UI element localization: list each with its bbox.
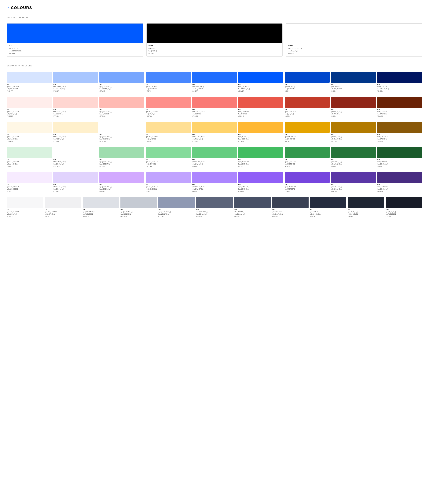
color-meta: rgba(194,59,41,1)hsla(7,65,46,1)#C23B29 [285, 111, 330, 117]
color-swatch [192, 122, 237, 133]
color-meta: rgba(255,247,229,1)hsla(42,100,95,1)#FFF… [7, 136, 52, 142]
color-shade-label: 400 [192, 109, 237, 110]
color-swatch [331, 122, 376, 133]
secondary-color-card: 100rgba(255,214,209,1)hsla(5,100,91,1)#F… [53, 97, 98, 117]
color-swatch [147, 24, 283, 43]
color-swatch [7, 197, 43, 208]
color-shade-label: 50 [7, 184, 52, 186]
color-meta: rgba(37,116,57,1)hsla(135,52,30,1)#25743… [331, 161, 376, 167]
color-swatch [83, 197, 119, 208]
secondary-color-card: 50rgba(255,247,229,1)hsla(42,100,95,1)#F… [7, 122, 52, 142]
color-shade-label: 300 [146, 134, 191, 135]
color-shade-label: 50 [7, 84, 52, 85]
color-swatch [348, 197, 384, 208]
secondary-color-card: 700rgba(144,38,24,1)hsla(7,71,33,1)#9026… [331, 97, 376, 117]
secondary-color-row: 50rgba(255,237,235,1)hsla(6,100,96,1)#FF… [7, 97, 422, 117]
secondary-color-card: 800rgba(37,44,63,1)hsla(224,26,20,1)#252… [310, 197, 346, 217]
secondary-color-card: 700rgba(178,122,0,1)hsla(41,100,35,1)#B2… [331, 122, 376, 142]
color-swatch [377, 97, 422, 108]
secondary-color-card: 400rgba(255,211,107,1)hsla(42,100,71,1)#… [192, 122, 237, 142]
secondary-color-row: 50rgba(255,247,229,1)hsla(42,100,95,1)#F… [7, 122, 422, 142]
color-meta: rgba(188,235,200,1)hsla(134,54,83,1)#BCE… [53, 161, 98, 167]
color-swatch [45, 197, 81, 208]
secondary-color-row: 50rgba(247,247,248,1)hsla(240,7,97,1)#F7… [7, 197, 422, 217]
color-meta: rgba(119,166,255,1)hsla(219,100,73,1)#77… [99, 86, 144, 92]
color-swatch [238, 172, 283, 183]
color-swatch [146, 72, 191, 83]
color-shade-label: 300 [146, 184, 191, 186]
secondary-color-card: 200rgba(231,224,230,1)hsla(220,15,88,1)#… [83, 197, 119, 217]
color-swatch [99, 122, 144, 133]
color-swatch [234, 197, 271, 208]
color-info: Whitergba(255,255,255,1)hsla(0,0,100,1)#… [286, 43, 422, 56]
color-swatch [272, 197, 308, 208]
secondary-color-card: 500rgba(255,184,51,1)hsla(42,100,60,1)#F… [238, 122, 283, 142]
color-swatch [53, 172, 98, 183]
color-meta: rgba(168,198,255,1)hsla(219,100,83,1)#A8… [53, 86, 98, 92]
color-shade-label: 300 [146, 109, 191, 110]
color-meta: rgba(0,90,255,1)hsla(219,100,50,1)#005AF… [238, 86, 283, 92]
color-shade-label: 600 [234, 209, 271, 211]
color-shade-label: 1000 [386, 209, 422, 211]
color-swatch [196, 197, 233, 208]
color-swatch [7, 72, 52, 83]
secondary-color-card: 400rgba(250,122,117,1)hsla(2,93,72,1)#FA… [192, 97, 237, 117]
color-swatch [7, 122, 52, 133]
color-meta: rgba(231,224,230,1)hsla(220,15,88,1)#DDE… [83, 211, 119, 217]
color-meta: rgba(250,122,117,1)hsla(2,93,72,1)#FA7A7… [192, 111, 237, 117]
color-swatch [120, 197, 157, 208]
color-meta: rgba(71,135,255,1)hsla(219,100,64,1)#478… [146, 86, 191, 92]
color-swatch [285, 172, 330, 183]
color-shade-label: 400 [192, 159, 237, 161]
secondary-color-card: 500rgba(233,87,73,1)hsla(5,78,60,1)#E957… [238, 97, 283, 117]
color-meta: rgba(225,211,253,1)hsla(260,91,91,1)#E1D… [53, 186, 98, 192]
secondary-color-card: 200rgba(255,186,179,1)hsla(4,100,85,1)#F… [99, 97, 144, 117]
color-meta: rgba(137,96,11,1)hsla(37,85,29,1)#895808 [377, 136, 422, 142]
secondary-color-card: 100rgba(240,240,242,1)hsla(240,7,95,1)#F… [45, 197, 81, 217]
color-swatch [53, 72, 98, 83]
color-meta: rgba(0,71,204,1)hsla(219,100,40,1)#0047C… [285, 86, 330, 92]
color-meta: rgba(143,153,179,1)hsla(222,17,63,1)#8F9… [158, 211, 195, 217]
page-title: COLOURS [11, 6, 32, 10]
secondary-color-card: 100rgba(225,211,253,1)hsla(260,91,91,1)#… [53, 172, 98, 192]
color-meta: rgba(229,164,0,1)hsla(43,100,45,1)#E5A40… [285, 136, 330, 142]
secondary-color-card: 300rgba(255,223,148,1)hsla(42,100,79,1)#… [146, 122, 191, 142]
primary-section-title: PRIMARY COLOURS [7, 17, 422, 20]
color-meta: rgba(51,153,77,1)hsla(133,50,40,1)#33994… [285, 161, 330, 167]
color-swatch [285, 122, 330, 133]
color-shade-label: 300 [146, 84, 191, 85]
color-shade-label: 800 [377, 84, 422, 85]
color-shade-label: 400 [192, 184, 237, 186]
color-meta: rgba(217,242,223,1)hsla(134,49,90,1)#D9F… [7, 161, 52, 167]
color-shade-label: 700 [272, 209, 308, 211]
secondary-color-card: 600rgba(0,71,204,1)hsla(219,100,40,1)#00… [285, 72, 330, 92]
color-meta: rgba(255,237,235,1)hsla(6,100,96,1)#FFED… [7, 111, 52, 117]
color-meta: rgba(72,44,129,1)hsla(260,49,34,1)#482C8… [377, 186, 422, 192]
color-name: White [288, 45, 420, 46]
color-shade-label: 100 [53, 134, 98, 135]
color-shade-label: 100 [45, 209, 81, 211]
color-shade-label: 600 [285, 84, 330, 85]
secondary-color-card: 300rgba(193,163,255,1)hsla(260,100,82,1)… [146, 172, 191, 192]
color-meta: rgba(26,91,43,1)hsla(136,56,23,1)#1A5B2B [377, 161, 422, 167]
color-shade-label: 900 [348, 209, 384, 211]
color-info: 500rgba(0,90,255,1)hsla(219,100,50,1)#00… [7, 43, 143, 56]
color-meta: rgba(255,214,209,1)hsla(5,100,91,1)#FFD6… [53, 111, 98, 117]
secondary-color-card: 800rgba(137,96,11,1)hsla(37,85,29,1)#895… [377, 122, 422, 142]
color-swatch [377, 72, 422, 83]
color-meta: rgba(71,80,102,1)hsla(223,18,34,1)#47506… [234, 211, 271, 217]
secondary-color-card: 700rgba(0,53,153,1)hsla(219,100,30,1)#00… [331, 72, 376, 92]
waves-icon: ≈ [7, 6, 9, 10]
secondary-color-card: 50rgba(247,247,248,1)hsla(240,7,97,1)#F7… [7, 197, 43, 217]
color-meta: rgba(255,211,107,1)hsla(42,100,71,1)#FFD… [192, 136, 237, 142]
color-meta: rgba(240,240,242,1)hsla(240,7,95,1)#F0F0… [45, 211, 81, 217]
secondary-color-card: 600rgba(71,80,102,1)hsla(223,18,34,1)#47… [234, 197, 271, 217]
color-shade-label: 100 [53, 184, 98, 186]
color-swatch [377, 172, 422, 183]
color-swatch [238, 72, 283, 83]
color-swatch [7, 172, 52, 183]
color-shade-label: 600 [285, 159, 330, 161]
color-shade-label: 100 [53, 84, 98, 85]
color-name: Black [149, 45, 281, 46]
color-swatch [192, 72, 237, 83]
